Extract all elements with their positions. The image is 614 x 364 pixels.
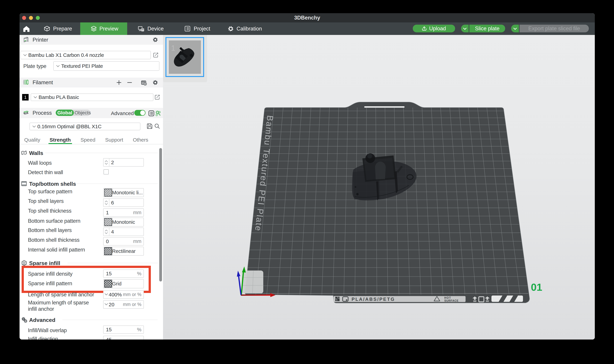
svg-text:HOT: HOT [444, 296, 451, 299]
svg-text:01: 01 [531, 282, 542, 293]
svg-text:SURFACE: SURFACE [444, 299, 459, 302]
svg-text:1: 1 [171, 44, 175, 52]
svg-text:PLA/ABS/PETG: PLA/ABS/PETG [352, 297, 395, 302]
